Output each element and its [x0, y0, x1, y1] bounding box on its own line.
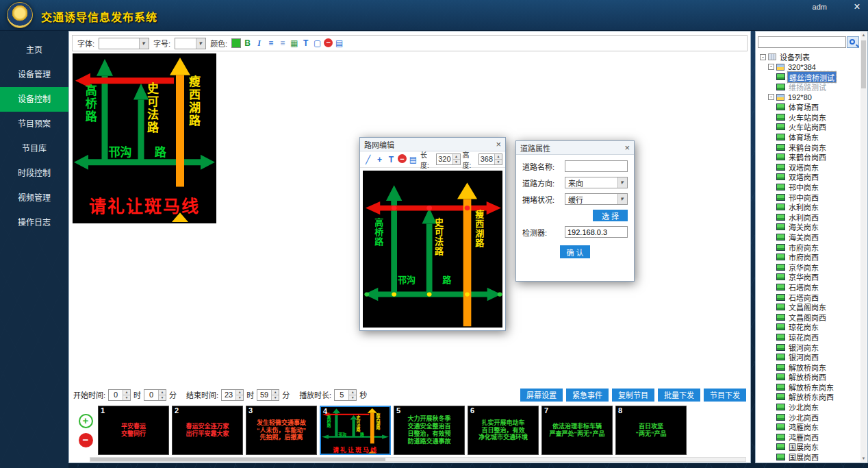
tree-device[interactable]: 沙北岗西	[757, 412, 860, 422]
tree-expander-icon[interactable]: -	[760, 54, 766, 60]
tree-device[interactable]: 文昌阁岗西	[757, 312, 860, 322]
delete-icon[interactable]: −	[324, 38, 333, 47]
tree-device[interactable]: 沙北岗东	[757, 402, 860, 412]
tree-item-label[interactable]: 解放桥岗东	[787, 362, 828, 373]
tree-item-label[interactable]: 双塔岗东	[787, 162, 820, 173]
tree-item-label[interactable]: 来鹤台岗东	[787, 142, 828, 153]
move-node-icon[interactable]: +	[374, 154, 385, 164]
tree-device[interactable]: 体育场西	[757, 102, 860, 112]
action-button[interactable]: 屏幕设置	[520, 389, 563, 402]
tree-item-label[interactable]: 螺丝湾桥测试	[787, 71, 837, 83]
scroll-down-icon[interactable]: ▼	[860, 456, 867, 462]
sidebar-item[interactable]: 视频管理	[0, 186, 68, 210]
add-text-icon[interactable]: T	[386, 154, 396, 164]
tree-root[interactable]: -设备列表	[757, 52, 860, 62]
tree-device[interactable]: 水利岗东	[757, 202, 860, 212]
tree-item-label[interactable]: 解放桥东岗东	[787, 382, 835, 393]
confirm-button[interactable]: 确 认	[560, 245, 589, 258]
sidebar-item[interactable]: 设备管理	[0, 62, 68, 87]
draw-line-icon[interactable]: ╱	[363, 154, 373, 164]
spin-up-icon[interactable]: ▲	[236, 390, 243, 395]
insert-image-icon[interactable]: ▦	[289, 38, 299, 49]
tree-item-label[interactable]: 维扬路测试	[787, 82, 828, 93]
tree-item-label[interactable]: 银河岗西	[787, 352, 820, 362]
scrollbar-thumb[interactable]	[861, 40, 866, 88]
roadnet-canvas[interactable]: 高桥路史可法路瘦西湖路邗沟路	[363, 171, 502, 328]
tree-device[interactable]: 火车站岗东	[757, 112, 860, 123]
road-direction-select[interactable]: 来向	[565, 177, 628, 188]
tree-device[interactable]: 解放桥东岗西	[757, 392, 860, 402]
tree-item-label[interactable]: 琼花岗西	[787, 332, 820, 343]
tree-item-label[interactable]: 海关岗西	[787, 232, 820, 243]
program-thumbnail[interactable]: 8百日攻坚“两无”产品	[615, 406, 687, 455]
tree-item-label[interactable]: 石塔岗西	[787, 292, 820, 303]
tree-device[interactable]: 双塔岗东	[757, 162, 860, 173]
tree-item-label[interactable]: 银河岗东	[787, 342, 820, 353]
program-thumbnail[interactable]: 3发生轻微交通事故“人未伤，车能动”先拍照，后撤离	[246, 406, 317, 455]
action-button[interactable]: 紧急事件	[566, 389, 609, 402]
tree-device[interactable]: 石塔岗西	[757, 292, 860, 302]
tree-device[interactable]: 京华岗西	[757, 272, 860, 282]
select-detector-button[interactable]: 选 择	[593, 210, 628, 221]
save-icon[interactable]: ▤	[408, 154, 418, 164]
duration-spinner[interactable]: 5▲▼	[334, 389, 357, 401]
program-thumbnail[interactable]: 7依法治理非标车辆严查严处“两无”产品	[541, 406, 613, 455]
tree-device[interactable]: 京华岗东	[757, 262, 860, 272]
tree-item-label[interactable]: 文昌阁岗东	[787, 301, 828, 312]
tree-item-label[interactable]: 解放桥岗西	[787, 371, 828, 382]
action-button[interactable]: 批量下发	[658, 389, 700, 402]
spin-up-icon[interactable]: ▲	[453, 154, 460, 159]
spin-up-icon[interactable]: ▲	[272, 390, 279, 395]
delete-icon[interactable]: −	[398, 154, 407, 163]
action-button[interactable]: 复制节目	[612, 389, 654, 402]
tree-item-label[interactable]: 设备列表	[778, 52, 811, 62]
tree-expander-icon[interactable]: -	[768, 94, 774, 100]
tree-item-label[interactable]: 国展岗西	[787, 452, 820, 461]
search-button[interactable]	[847, 36, 859, 48]
tree-item-label[interactable]: 鸿雁岗西	[787, 432, 820, 443]
tree-device[interactable]: 国展岗西	[757, 452, 860, 461]
horizontal-scrollbar[interactable]	[90, 457, 746, 462]
tree-device[interactable]: 琼花岗西	[757, 332, 860, 343]
spin-down-icon[interactable]: ▼	[159, 395, 166, 400]
tree-group[interactable]: -192*80	[757, 92, 860, 102]
tree-device[interactable]: 来鹤台岗西	[757, 152, 860, 162]
program-thumbnail[interactable]: 4高桥路史可法路瘦西湖路邗沟路请礼让斑马线	[320, 406, 391, 455]
tree-item-label[interactable]: 来鹤台岗西	[787, 151, 828, 162]
tree-device[interactable]: 海关岗西	[757, 232, 860, 243]
tree-device[interactable]: 银河岗西	[757, 352, 860, 362]
tree-item-label[interactable]: 沙北岗东	[787, 402, 820, 412]
sidebar-item[interactable]: 主页	[0, 38, 68, 62]
program-thumbnail[interactable]: 1平安春运交警同行	[98, 406, 169, 455]
road-name-input[interactable]	[565, 160, 628, 172]
spin-down-icon[interactable]: ▼	[349, 395, 356, 400]
sidebar-item[interactable]: 操作日志	[0, 210, 68, 235]
tree-item-label[interactable]: 水利岗东	[787, 201, 820, 212]
tree-item-label[interactable]: 国展岗东	[787, 441, 820, 452]
tree-expander-icon[interactable]: -	[768, 64, 774, 70]
tree-item-label[interactable]: 邗中岗东	[787, 182, 820, 193]
tree-item-label[interactable]: 沙北岗西	[787, 412, 820, 423]
tree-item-label[interactable]: 体育场西	[787, 101, 820, 112]
insert-text-icon[interactable]: T	[301, 38, 311, 49]
spin-up-icon[interactable]: ▲	[495, 154, 502, 159]
tree-device[interactable]: 海关岗东	[757, 222, 860, 232]
sidebar-item[interactable]: 设备控制	[0, 87, 68, 112]
detector-input[interactable]	[565, 226, 628, 238]
tree-device[interactable]: 国展岗东	[757, 442, 860, 452]
height-spinner[interactable]: 368▲▼	[478, 153, 502, 165]
spin-down-icon[interactable]: ▼	[123, 395, 130, 400]
sidebar-item[interactable]: 节目预案	[0, 112, 68, 136]
tree-item-label[interactable]: 鸿雁岗东	[787, 421, 820, 432]
add-program-button[interactable]: +	[79, 414, 93, 428]
tree-device[interactable]: 市府岗东	[757, 242, 860, 252]
tree-device[interactable]: 文昌阁岗东	[757, 302, 860, 312]
spin-down-icon[interactable]: ▼	[272, 395, 279, 400]
tree-item-label[interactable]: 市府岗东	[787, 242, 820, 253]
marquee-icon[interactable]: ▢	[312, 38, 322, 49]
tree-device[interactable]: 水利岗西	[757, 212, 860, 223]
action-button[interactable]: 节目下发	[704, 389, 746, 402]
tree-item-label[interactable]: 火车站岗东	[787, 112, 828, 123]
tree-item-label[interactable]: 京华岗西	[787, 271, 820, 282]
sidebar-item[interactable]: 节目库	[0, 136, 68, 161]
